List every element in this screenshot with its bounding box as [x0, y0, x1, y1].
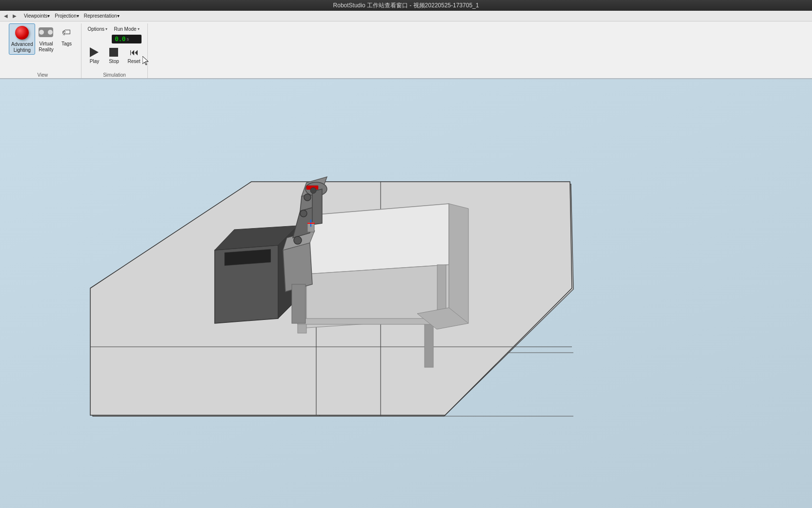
- sim-controls-row: Play Stop ⏮ Reset: [85, 45, 143, 65]
- reset-arrow-icon: ⏮: [130, 47, 139, 58]
- advanced-lighting-icon: [14, 25, 30, 41]
- table-leg-right2: [425, 318, 433, 367]
- simulation-timer: 0.0 s: [112, 35, 141, 43]
- play-triangle-icon: [90, 47, 99, 57]
- reset-button[interactable]: ⏮ Reset: [124, 45, 143, 65]
- reset-label: Reset: [127, 59, 140, 64]
- viewpoints-dropdown[interactable]: Viewpoints▾: [22, 12, 52, 20]
- tags-icon: 🏷: [59, 24, 74, 40]
- tag-icon: 🏷: [60, 25, 73, 39]
- virtual-reality-button[interactable]: VirtualReality: [36, 23, 56, 54]
- tags-label: Tags: [61, 41, 72, 47]
- representation-dropdown[interactable]: Representation▾: [82, 12, 122, 20]
- title-bar: RobotStudio 工作站查看窗口 - 视频20220525-173705_…: [0, 0, 812, 11]
- robot-joint2: [300, 210, 307, 217]
- stop-square-icon: [109, 48, 118, 57]
- robot-column: [292, 284, 305, 323]
- sim-top-row: Options ▾ Run Mode ▾ 0.0 s: [85, 23, 143, 43]
- advanced-lighting-button[interactable]: AdvancedLighting: [9, 23, 35, 55]
- options-dropdown[interactable]: Options ▾: [85, 25, 110, 33]
- scene-svg: [0, 79, 812, 508]
- red-sphere-icon: [15, 26, 29, 40]
- table-right: [449, 204, 468, 323]
- viewport[interactable]: [0, 79, 812, 508]
- stop-button[interactable]: Stop: [105, 45, 122, 65]
- window-title: RobotStudio 工作站查看窗口 - 视频20220525-173705_…: [333, 1, 479, 10]
- nav-forward-arrow[interactable]: ▶: [11, 12, 19, 20]
- nav-back-arrow[interactable]: ◀: [2, 12, 10, 20]
- toolbar-main: AdvancedLighting VirtualReality 🏷 Tags: [0, 21, 812, 79]
- projection-dropdown[interactable]: Projection▾: [53, 12, 81, 20]
- robot-joint4: [310, 188, 316, 193]
- view-buttons: AdvancedLighting VirtualReality 🏷 Tags: [9, 23, 76, 72]
- virtual-reality-label: VirtualReality: [39, 41, 54, 53]
- robot-forearm: [312, 189, 322, 225]
- reset-icon: ⏮: [128, 46, 140, 58]
- simulation-group: Options ▾ Run Mode ▾ 0.0 s: [81, 23, 147, 79]
- run-mode-dropdown[interactable]: Run Mode ▾: [112, 25, 141, 33]
- play-icon: [88, 46, 100, 58]
- view-group: AdvancedLighting VirtualReality 🏷 Tags: [4, 23, 81, 79]
- tags-button[interactable]: 🏷 Tags: [57, 23, 76, 48]
- stop-label: Stop: [109, 59, 119, 64]
- play-label: Play: [90, 59, 99, 64]
- advanced-lighting-label: AdvancedLighting: [11, 42, 33, 53]
- robot-joint1: [294, 236, 302, 244]
- toolbar: ◀ ▶ Viewpoints▾ Projection▾ Representati…: [0, 11, 812, 79]
- play-button[interactable]: Play: [85, 45, 103, 65]
- robot-joint3: [304, 194, 311, 201]
- toolbar-top: ◀ ▶ Viewpoints▾ Projection▾ Representati…: [0, 11, 812, 21]
- stop-icon: [108, 46, 120, 58]
- vr-headset-icon: [39, 27, 53, 37]
- virtual-reality-icon: [38, 24, 54, 40]
